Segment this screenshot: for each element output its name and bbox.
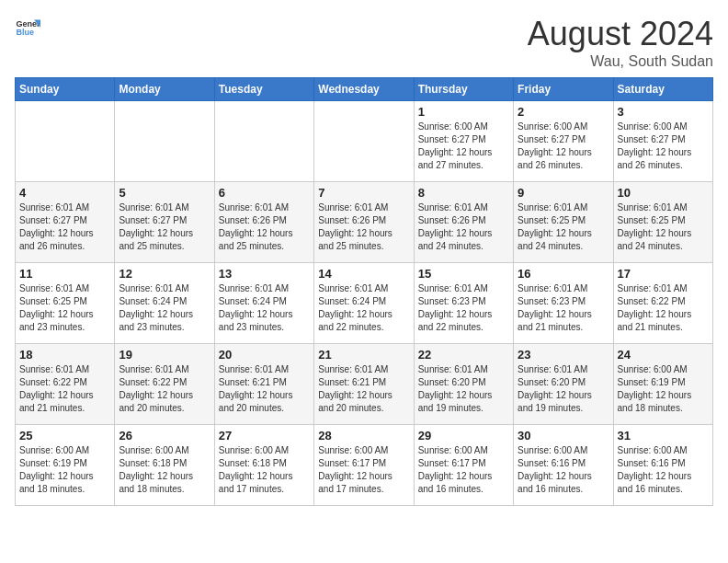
day-number: 17: [618, 267, 709, 281]
calendar-cell: 30Sunrise: 6:00 AM Sunset: 6:16 PM Dayli…: [514, 425, 613, 506]
page-header: General Blue August 2024 Wau, South Suda…: [15, 15, 713, 70]
day-number: 18: [19, 348, 110, 362]
calendar-cell: 27Sunrise: 6:00 AM Sunset: 6:18 PM Dayli…: [214, 425, 313, 506]
cell-content: Sunrise: 6:01 AM Sunset: 6:25 PM Dayligh…: [518, 201, 609, 253]
calendar-cell: 14Sunrise: 6:01 AM Sunset: 6:24 PM Dayli…: [314, 263, 414, 344]
calendar-week-1: 1Sunrise: 6:00 AM Sunset: 6:27 PM Daylig…: [16, 101, 713, 182]
day-number: 1: [418, 105, 509, 119]
cell-content: Sunrise: 6:00 AM Sunset: 6:27 PM Dayligh…: [618, 121, 709, 172]
weekday-header-friday: Friday: [514, 78, 613, 101]
cell-content: Sunrise: 6:01 AM Sunset: 6:26 PM Dayligh…: [318, 201, 409, 253]
weekday-row: SundayMondayTuesdayWednesdayThursdayFrid…: [16, 78, 713, 101]
cell-content: Sunrise: 6:00 AM Sunset: 6:27 PM Dayligh…: [418, 121, 509, 172]
cell-content: Sunrise: 6:01 AM Sunset: 6:25 PM Dayligh…: [618, 201, 709, 253]
day-number: 31: [618, 429, 709, 442]
weekday-header-saturday: Saturday: [613, 78, 712, 101]
calendar-cell: 22Sunrise: 6:01 AM Sunset: 6:20 PM Dayli…: [414, 344, 513, 425]
calendar-cell: 24Sunrise: 6:00 AM Sunset: 6:19 PM Dayli…: [613, 344, 712, 425]
calendar-header: SundayMondayTuesdayWednesdayThursdayFrid…: [16, 78, 713, 101]
cell-content: Sunrise: 6:00 AM Sunset: 6:17 PM Dayligh…: [418, 444, 509, 496]
calendar-cell: 11Sunrise: 6:01 AM Sunset: 6:25 PM Dayli…: [16, 263, 115, 344]
calendar-body: 1Sunrise: 6:00 AM Sunset: 6:27 PM Daylig…: [16, 101, 713, 506]
day-number: 24: [618, 348, 709, 362]
cell-content: Sunrise: 6:00 AM Sunset: 6:17 PM Dayligh…: [318, 444, 409, 496]
calendar-cell: 16Sunrise: 6:01 AM Sunset: 6:23 PM Dayli…: [514, 263, 613, 344]
calendar-cell: 25Sunrise: 6:00 AM Sunset: 6:19 PM Dayli…: [16, 425, 115, 506]
cell-content: Sunrise: 6:01 AM Sunset: 6:24 PM Dayligh…: [318, 282, 409, 334]
cell-content: Sunrise: 6:01 AM Sunset: 6:21 PM Dayligh…: [318, 363, 409, 415]
day-number: 3: [618, 105, 709, 119]
weekday-header-monday: Monday: [115, 78, 214, 101]
cell-content: Sunrise: 6:00 AM Sunset: 6:18 PM Dayligh…: [119, 444, 210, 496]
day-number: 4: [19, 186, 110, 200]
calendar-cell: 4Sunrise: 6:01 AM Sunset: 6:27 PM Daylig…: [16, 182, 115, 263]
day-number: 13: [219, 267, 310, 281]
day-number: 8: [418, 186, 509, 200]
calendar-cell: 29Sunrise: 6:00 AM Sunset: 6:17 PM Dayli…: [414, 425, 513, 506]
day-number: 22: [418, 348, 509, 362]
day-number: 7: [318, 186, 409, 200]
cell-content: Sunrise: 6:00 AM Sunset: 6:19 PM Dayligh…: [19, 444, 110, 496]
cell-content: Sunrise: 6:01 AM Sunset: 6:26 PM Dayligh…: [219, 201, 310, 253]
cell-content: Sunrise: 6:01 AM Sunset: 6:23 PM Dayligh…: [518, 282, 609, 334]
calendar-cell: 26Sunrise: 6:00 AM Sunset: 6:18 PM Dayli…: [115, 425, 214, 506]
cell-content: Sunrise: 6:01 AM Sunset: 6:24 PM Dayligh…: [119, 282, 210, 334]
cell-content: Sunrise: 6:01 AM Sunset: 6:20 PM Dayligh…: [518, 363, 609, 415]
title-block: August 2024 Wau, South Sudan: [528, 15, 713, 70]
day-number: 27: [219, 429, 310, 442]
day-number: 21: [318, 348, 409, 362]
day-number: 16: [518, 267, 609, 281]
weekday-header-thursday: Thursday: [414, 78, 513, 101]
calendar-cell: 5Sunrise: 6:01 AM Sunset: 6:27 PM Daylig…: [115, 182, 214, 263]
day-number: 9: [518, 186, 609, 200]
day-number: 10: [618, 186, 709, 200]
weekday-header-wednesday: Wednesday: [314, 78, 414, 101]
logo: General Blue: [15, 15, 40, 40]
calendar-cell: 17Sunrise: 6:01 AM Sunset: 6:22 PM Dayli…: [613, 263, 712, 344]
calendar-cell: 10Sunrise: 6:01 AM Sunset: 6:25 PM Dayli…: [613, 182, 712, 263]
weekday-header-tuesday: Tuesday: [214, 78, 313, 101]
day-number: 6: [219, 186, 310, 200]
day-number: 19: [119, 348, 210, 362]
calendar-subtitle: Wau, South Sudan: [528, 53, 713, 70]
cell-content: Sunrise: 6:01 AM Sunset: 6:24 PM Dayligh…: [219, 282, 310, 334]
day-number: 23: [518, 348, 609, 362]
calendar-cell: 3Sunrise: 6:00 AM Sunset: 6:27 PM Daylig…: [613, 101, 712, 182]
calendar-week-4: 18Sunrise: 6:01 AM Sunset: 6:22 PM Dayli…: [16, 344, 713, 425]
calendar-cell: 19Sunrise: 6:01 AM Sunset: 6:22 PM Dayli…: [115, 344, 214, 425]
cell-content: Sunrise: 6:01 AM Sunset: 6:27 PM Dayligh…: [119, 201, 210, 253]
calendar-cell: [214, 101, 313, 182]
day-number: 12: [119, 267, 210, 281]
calendar-cell: 12Sunrise: 6:01 AM Sunset: 6:24 PM Dayli…: [115, 263, 214, 344]
cell-content: Sunrise: 6:00 AM Sunset: 6:18 PM Dayligh…: [219, 444, 310, 496]
calendar-cell: 1Sunrise: 6:00 AM Sunset: 6:27 PM Daylig…: [414, 101, 513, 182]
calendar-cell: [314, 101, 414, 182]
cell-content: Sunrise: 6:01 AM Sunset: 6:20 PM Dayligh…: [418, 363, 509, 415]
cell-content: Sunrise: 6:01 AM Sunset: 6:22 PM Dayligh…: [618, 282, 709, 334]
day-number: 25: [19, 429, 110, 442]
day-number: 2: [518, 105, 609, 119]
cell-content: Sunrise: 6:01 AM Sunset: 6:21 PM Dayligh…: [219, 363, 310, 415]
calendar-cell: 2Sunrise: 6:00 AM Sunset: 6:27 PM Daylig…: [514, 101, 613, 182]
calendar-cell: 13Sunrise: 6:01 AM Sunset: 6:24 PM Dayli…: [214, 263, 313, 344]
calendar-week-5: 25Sunrise: 6:00 AM Sunset: 6:19 PM Dayli…: [16, 425, 713, 506]
cell-content: Sunrise: 6:01 AM Sunset: 6:25 PM Dayligh…: [19, 282, 110, 334]
calendar-cell: 9Sunrise: 6:01 AM Sunset: 6:25 PM Daylig…: [514, 182, 613, 263]
calendar-cell: 28Sunrise: 6:00 AM Sunset: 6:17 PM Dayli…: [314, 425, 414, 506]
logo-icon: General Blue: [15, 15, 40, 40]
calendar-cell: 18Sunrise: 6:01 AM Sunset: 6:22 PM Dayli…: [16, 344, 115, 425]
cell-content: Sunrise: 6:01 AM Sunset: 6:22 PM Dayligh…: [119, 363, 210, 415]
calendar-cell: [16, 101, 115, 182]
day-number: 26: [119, 429, 210, 442]
calendar-cell: 7Sunrise: 6:01 AM Sunset: 6:26 PM Daylig…: [314, 182, 414, 263]
day-number: 5: [119, 186, 210, 200]
calendar-cell: 31Sunrise: 6:00 AM Sunset: 6:16 PM Dayli…: [613, 425, 712, 506]
cell-content: Sunrise: 6:00 AM Sunset: 6:19 PM Dayligh…: [618, 363, 709, 415]
calendar-week-2: 4Sunrise: 6:01 AM Sunset: 6:27 PM Daylig…: [16, 182, 713, 263]
cell-content: Sunrise: 6:01 AM Sunset: 6:26 PM Dayligh…: [418, 201, 509, 253]
svg-text:Blue: Blue: [16, 28, 34, 37]
day-number: 11: [19, 267, 110, 281]
day-number: 28: [318, 429, 409, 442]
calendar-title: August 2024: [528, 15, 713, 53]
cell-content: Sunrise: 6:00 AM Sunset: 6:16 PM Dayligh…: [518, 444, 609, 496]
